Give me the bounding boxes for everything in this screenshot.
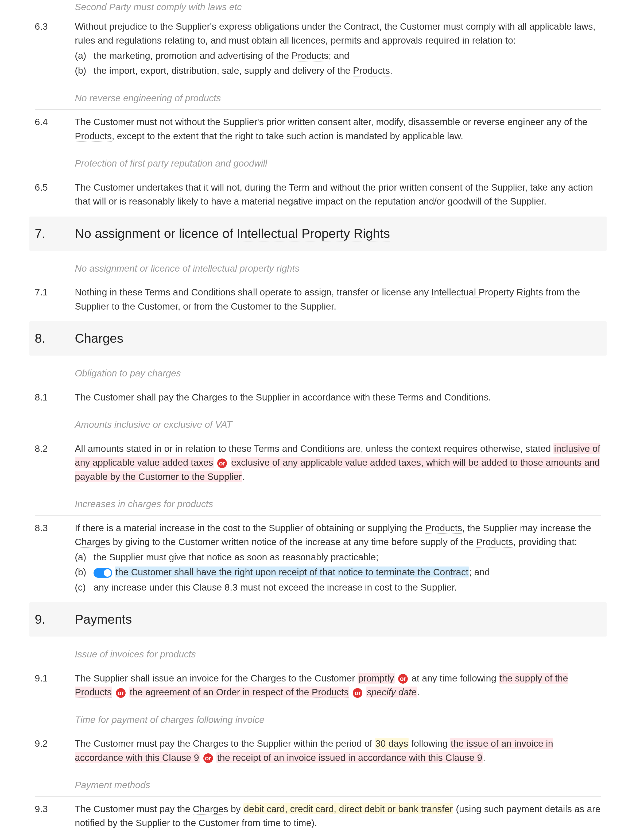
clause-text: , the Supplier may increase the — [462, 523, 591, 533]
clause-text: The Customer must pay the — [75, 738, 193, 748]
sub-body: the import, export, distribution, sale, … — [93, 64, 601, 78]
option-text[interactable]: the agreement of an Order in respect of … — [129, 687, 349, 698]
defined-term: Charges — [192, 392, 227, 403]
clause-number: 9.1 — [35, 671, 75, 699]
editable-value[interactable]: debit card, credit card, direct debit or… — [243, 804, 453, 814]
or-pill[interactable]: or — [203, 753, 213, 763]
clause-text: If there is a material increase in the c… — [75, 523, 425, 533]
clause-9-3: 9.3 The Customer must pay the Charges by… — [35, 802, 601, 830]
clause-number: 9.2 — [35, 737, 75, 764]
clause-9-1: 9.1 The Supplier shall issue an invoice … — [35, 671, 601, 699]
clause-caption: No reverse engineering of products — [75, 91, 221, 105]
clause-caption: Payment methods — [75, 778, 150, 792]
clause-caption: Issue of invoices for products — [75, 647, 196, 662]
sub-number: (a) — [75, 550, 93, 564]
clause-text: The Customer undertakes that it will not… — [75, 182, 289, 193]
caption-row: Amounts inclusive or exclusive of VAT — [35, 412, 601, 436]
clause-number: 7.1 — [35, 285, 75, 313]
caption-row: Time for payment of charges following in… — [35, 707, 601, 731]
caption-row: Payment methods — [35, 773, 601, 797]
or-pill[interactable]: or — [353, 688, 362, 698]
clause-body: If there is a material increase in the c… — [75, 521, 601, 595]
sub-clause-a: (a) the marketing, promotion and adverti… — [75, 49, 601, 63]
sub-body: any increase under this Clause 8.3 must … — [93, 580, 601, 595]
sub-clause-b: (b) the import, export, distribution, sa… — [75, 64, 601, 78]
title-text: No assignment or licence of — [75, 226, 237, 241]
clause-text: . — [483, 752, 486, 763]
clause-text: . — [242, 471, 245, 482]
clause-body: The Customer must not without the Suppli… — [75, 115, 601, 143]
defined-term: Products — [353, 65, 390, 76]
sub-body: the Customer shall have the right upon r… — [93, 565, 601, 579]
clause-text: . — [417, 687, 420, 697]
section-heading-7: 7. No assignment or licence of Intellect… — [29, 216, 607, 251]
sub-number: (b) — [75, 565, 93, 579]
clause-body: The Customer must pay the Charges to the… — [75, 737, 601, 764]
defined-term: Products — [291, 50, 328, 62]
clause-6-5: 6.5 The Customer undertakes that it will… — [35, 180, 601, 208]
sub-clause-b: (b) the Customer shall have the right up… — [75, 565, 601, 579]
section-title: No assignment or licence of Intellectual… — [75, 224, 390, 243]
caption-row: Increases in charges for products — [35, 492, 601, 516]
section-number: 9. — [29, 610, 75, 629]
section-number: 8. — [29, 329, 75, 348]
sub-number: (c) — [75, 580, 93, 595]
clause-number: 6.4 — [35, 115, 75, 143]
caption-row: No reverse engineering of products — [35, 86, 601, 110]
clause-body: The Customer shall pay the Charges to th… — [75, 390, 601, 404]
clause-body: Without prejudice to the Supplier's expr… — [75, 19, 601, 78]
defined-term: Charges — [75, 537, 110, 548]
or-pill[interactable]: or — [217, 458, 227, 468]
clause-text: by — [228, 804, 243, 814]
clause-8-3: 8.3 If there is a material increase in t… — [35, 521, 601, 595]
clause-text: to the Customer — [286, 673, 357, 683]
clause-caption: Time for payment of charges following in… — [75, 713, 264, 727]
defined-term: Charges — [193, 804, 228, 815]
clause-8-2: 8.2 All amounts stated in or in relation… — [35, 442, 601, 484]
option-text-part: the supply of the — [499, 673, 568, 683]
optional-text[interactable]: the Customer shall have the right upon r… — [115, 567, 469, 578]
clause-text: All amounts stated in or in relation to … — [75, 443, 553, 454]
defined-term: Products — [75, 687, 112, 698]
editable-value[interactable]: 30 days — [375, 738, 409, 749]
clause-8-1: 8.1 The Customer shall pay the Charges t… — [35, 390, 601, 404]
clause-number: 9.3 — [35, 802, 75, 830]
caption-row: Protection of first party reputation and… — [35, 151, 601, 175]
section-heading-9: 9. Payments — [29, 602, 607, 636]
or-pill[interactable]: or — [398, 674, 408, 684]
clause-number: 8.3 — [35, 521, 75, 595]
clause-6-4: 6.4 The Customer must not without the Su… — [35, 115, 601, 143]
clause-text: to the Supplier in accordance with these… — [227, 392, 491, 403]
option-text[interactable]: promptly — [357, 673, 394, 684]
clause-text: The Customer must pay the — [75, 804, 193, 814]
option-text-part: the agreement of an Order in respect of … — [130, 687, 312, 697]
clause-caption: Amounts inclusive or exclusive of VAT — [75, 418, 232, 432]
sub-number: (b) — [75, 64, 93, 78]
clause-body: The Supplier shall issue an invoice for … — [75, 671, 601, 699]
defined-term: Products — [425, 523, 462, 534]
defined-term: Charges — [251, 673, 286, 684]
clause-text: at any time following — [409, 673, 499, 683]
clause-text: The Customer must not without the Suppli… — [75, 117, 587, 127]
clause-text: , except to the extent that the right to… — [112, 131, 463, 141]
sub-text: ; and — [328, 50, 349, 61]
clause-7-1: 7.1 Nothing in these Terms and Condition… — [35, 285, 601, 313]
defined-term: Term — [289, 182, 310, 193]
sub-text: ; and — [469, 567, 490, 577]
option-text[interactable]: the receipt of an invoice issued in acco… — [216, 752, 483, 763]
defined-term: Intellectual Property Rights — [237, 226, 390, 242]
clause-text: The Customer shall pay the — [75, 392, 192, 403]
toggle-switch[interactable] — [93, 568, 112, 578]
placeholder-text[interactable]: specify date — [366, 687, 417, 698]
clause-text: , providing that: — [513, 537, 577, 547]
sub-text: . — [390, 65, 392, 76]
section-number: 7. — [29, 224, 75, 243]
section-title: Payments — [75, 610, 132, 629]
clause-caption: Protection of first party reputation and… — [75, 156, 267, 171]
clause-caption: Increases in charges for products — [75, 497, 213, 511]
clause-text: to the Supplier within the period of — [228, 738, 375, 748]
caption-row: Issue of invoices for products — [35, 642, 601, 666]
clause-6-3: 6.3 Without prejudice to the Supplier's … — [35, 19, 601, 78]
clause-number: 8.2 — [35, 442, 75, 484]
or-pill[interactable]: or — [116, 688, 126, 698]
